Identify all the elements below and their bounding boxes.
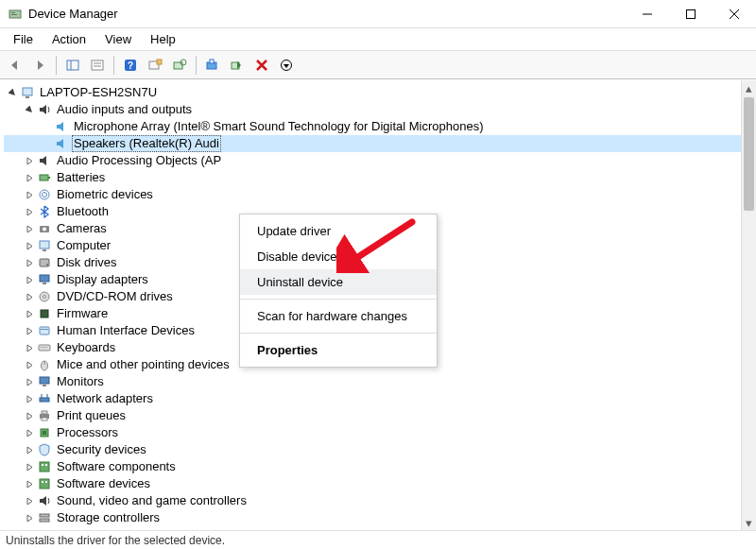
expand-icon[interactable] — [23, 307, 36, 320]
update-driver-button[interactable] — [201, 54, 224, 77]
ctx-scan-hardware[interactable]: Scan for hardware changes — [240, 303, 437, 329]
svg-marker-56 — [27, 294, 32, 300]
expand-icon[interactable] — [23, 392, 36, 405]
minimize-button[interactable] — [626, 0, 669, 28]
tree-category[interactable]: Security devices — [4, 441, 756, 458]
expand-icon[interactable] — [23, 154, 36, 167]
maximize-button[interactable] — [669, 0, 713, 28]
tree-device-item[interactable]: Microphone Array (Intel® Smart Sound Tec… — [4, 118, 756, 135]
forward-button[interactable] — [28, 54, 51, 77]
mouse-icon — [37, 357, 52, 372]
expand-icon[interactable] — [23, 409, 36, 422]
show-hide-console-tree-button[interactable] — [61, 54, 84, 77]
audio-icon — [37, 102, 52, 117]
svg-marker-87 — [27, 447, 32, 454]
svg-marker-98 — [27, 515, 32, 522]
expand-icon[interactable] — [23, 477, 36, 490]
tree-category[interactable]: Monitors — [4, 373, 756, 390]
tree-device-speakers[interactable]: Speakers (Realtek(R) Audi — [4, 135, 756, 152]
expand-icon[interactable] — [23, 205, 36, 218]
svg-rect-54 — [40, 275, 49, 282]
expand-icon[interactable] — [23, 341, 36, 354]
menu-view[interactable]: View — [95, 30, 141, 48]
tree-category[interactable]: Storage controllers — [4, 509, 756, 526]
scrollbar-up-arrow[interactable]: ▴ — [742, 80, 756, 95]
uninstall-device-button[interactable] — [250, 54, 273, 77]
tree-category[interactable]: Print queues — [4, 407, 756, 424]
expand-icon[interactable] — [23, 494, 36, 507]
svg-rect-86 — [43, 431, 46, 435]
expand-icon[interactable] — [23, 239, 36, 252]
tree-category[interactable]: Audio Processing Objects (AP — [4, 152, 756, 169]
svg-marker-76 — [27, 396, 32, 403]
scrollbar-down-arrow[interactable]: ▾ — [742, 515, 756, 530]
tree-category-label: Sound, video and game controllers — [55, 492, 249, 509]
menu-file[interactable]: File — [4, 30, 43, 48]
security-icon — [37, 442, 52, 457]
tree-category[interactable]: Software components — [4, 458, 756, 475]
tree-category[interactable]: Software devices — [4, 475, 756, 492]
tree-category-label: Audio inputs and outputs — [55, 101, 194, 118]
expand-icon[interactable] — [23, 324, 36, 337]
ctx-disable-device[interactable]: Disable device — [240, 244, 437, 269]
expand-icon[interactable] — [23, 222, 36, 235]
expand-icon[interactable] — [23, 290, 36, 303]
expand-icon[interactable] — [23, 171, 36, 184]
help-button[interactable]: ? — [119, 54, 142, 77]
tree-category[interactable]: Batteries — [4, 169, 756, 186]
back-button[interactable] — [4, 54, 26, 77]
expand-icon[interactable] — [23, 460, 36, 473]
tree-category[interactable]: Sound, video and game controllers — [4, 492, 756, 509]
display-icon — [37, 272, 52, 287]
expand-icon[interactable] — [23, 188, 36, 201]
menu-action[interactable]: Action — [43, 30, 95, 48]
tree-category[interactable]: Processors — [4, 424, 756, 441]
properties-icon-button[interactable] — [86, 54, 109, 77]
svg-marker-35 — [27, 158, 32, 164]
svg-marker-31 — [26, 106, 34, 114]
ctx-properties[interactable]: Properties — [240, 337, 437, 363]
ctx-update-driver[interactable]: Update driver — [240, 218, 437, 244]
ctx-uninstall-device[interactable]: Uninstall device — [240, 269, 437, 295]
storage-icon — [37, 510, 52, 525]
disable-device-button[interactable] — [226, 54, 249, 77]
svg-marker-53 — [27, 277, 32, 283]
svg-marker-37 — [27, 175, 32, 181]
tree-category[interactable]: Network adapters — [4, 390, 756, 407]
action-icon-button[interactable] — [144, 54, 166, 77]
menubar: File Action View Help — [0, 28, 756, 51]
tree-category-label: Batteries — [55, 169, 107, 186]
toolbar-extra-button[interactable] — [275, 54, 298, 77]
svg-rect-67 — [43, 347, 43, 348]
tree-root-label: LAPTOP-ESH2SN7U — [38, 84, 159, 101]
close-button[interactable] — [713, 0, 756, 28]
expand-icon[interactable] — [23, 511, 36, 524]
speaker-icon — [54, 136, 69, 151]
svg-marker-27 — [284, 64, 289, 68]
expand-icon[interactable] — [23, 426, 36, 439]
tree-category-audio[interactable]: Audio inputs and outputs — [4, 101, 756, 118]
menu-help[interactable]: Help — [141, 30, 185, 48]
expand-icon[interactable] — [23, 375, 36, 388]
expand-icon[interactable] — [23, 443, 36, 456]
tree-category[interactable]: Biometric devices — [4, 186, 756, 203]
svg-rect-89 — [40, 462, 49, 472]
scrollbar[interactable]: ▴ ▾ — [741, 80, 756, 530]
scan-hardware-button[interactable] — [168, 54, 191, 77]
computer-icon — [20, 85, 35, 100]
scrollbar-thumb[interactable] — [744, 97, 754, 211]
tree-root[interactable]: LAPTOP-ESH2SN7U — [4, 84, 756, 101]
firmware-icon — [37, 306, 52, 321]
sw-icon — [37, 476, 52, 491]
tree-category-label: Disk drives — [55, 254, 119, 271]
svg-marker-61 — [27, 328, 32, 335]
expand-icon[interactable] — [23, 103, 36, 116]
expand-icon[interactable] — [23, 358, 36, 371]
expand-icon[interactable] — [6, 86, 19, 99]
tree-category-label: Software devices — [55, 475, 152, 492]
svg-marker-50 — [27, 260, 32, 266]
svg-rect-91 — [45, 464, 47, 466]
expand-icon[interactable] — [23, 273, 36, 286]
svg-point-52 — [46, 264, 48, 266]
expand-icon[interactable] — [23, 256, 36, 269]
